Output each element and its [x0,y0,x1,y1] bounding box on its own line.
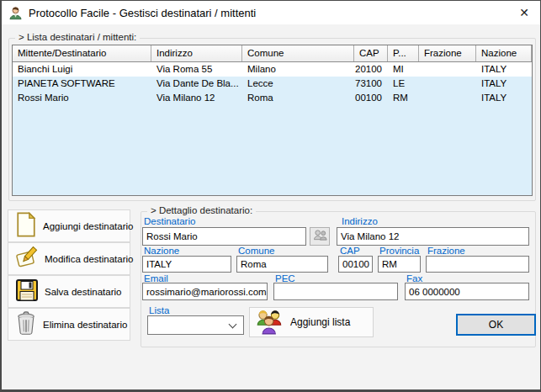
lista-label: Lista [149,305,169,315]
add-list-button[interactable]: Aggiungi lista [249,307,374,337]
table-cell: Roma [242,91,354,105]
table-cell [419,91,476,105]
table-row[interactable]: Bianchi LuigiVia Roma 55Milano20100MIITA… [13,62,532,77]
edit-pencil-icon [15,245,39,273]
add-list-label: Aggiungi lista [290,316,350,328]
provincia-input[interactable] [378,256,421,273]
action-label: Modifica destinatario [45,254,133,264]
header-cell[interactable]: Nazione [476,45,532,61]
table-cell: 20100 [354,62,388,77]
table-cell: PIANETA SOFTWARE [13,77,151,91]
table-header: Mittente/DestinatarioIndirizzoComuneCAPP… [13,45,532,62]
frazione-input[interactable] [426,256,529,273]
destinatario-label: Destinatario [144,216,195,226]
comune-label: Comune [238,246,274,256]
table-cell: 73100 [354,77,388,91]
nazione-input[interactable] [142,256,231,273]
destinatario-input[interactable] [142,227,306,246]
save-floppy-icon [15,278,39,305]
header-cell[interactable]: P... [388,45,419,61]
header-cell[interactable]: Mittente/Destinatario [13,45,151,61]
table-cell [419,62,476,77]
app-person-icon [8,6,23,20]
detail-group-title: > Dettaglio destinatario: [147,205,256,215]
table-cell: Milano [242,62,354,77]
table-cell [419,77,476,91]
lista-select[interactable] [147,315,244,335]
header-cell[interactable]: Frazione [419,45,476,61]
header-cell[interactable]: Indirizzo [151,45,242,61]
table-cell: ITALY [476,77,532,91]
indirizzo-input[interactable] [337,227,529,246]
header-cell[interactable]: CAP [354,45,388,61]
delete-recipient-button[interactable]: Elimina destinatario [8,308,130,341]
table-cell: Via Milano 12 [151,91,242,105]
window-title: Protocollo Facile - Gestisci destinatari… [29,7,256,19]
add-recipient-button[interactable]: Aggiungi destinatario [8,209,130,242]
chevron-down-icon [229,320,237,329]
table-cell: Rossi Mario [13,91,151,105]
comune-input[interactable] [236,256,328,273]
table-cell: LE [388,77,419,91]
edit-recipient-button[interactable]: Modifica destinatario [8,242,130,275]
title-bar: Protocollo Facile - Gestisci destinatari… [2,1,540,24]
table-cell: Lecce [242,77,354,91]
ok-label: OK [489,319,503,331]
select-contact-button[interactable] [310,227,330,246]
action-label: Elimina destinatario [43,320,127,330]
close-button[interactable]: ✕ [512,1,537,24]
table-cell: ITALY [476,91,532,105]
action-label: Salva destinatario [45,287,121,297]
table-cell: 00100 [354,91,388,105]
save-recipient-button[interactable]: Salva destinatario [8,275,130,308]
list-group-title: > Lista destinatari / mittenti: [15,32,140,42]
table-row[interactable]: Rossi MarioVia Milano 12Roma00100RMITALY [13,91,532,105]
new-document-icon [15,211,37,241]
table-cell: MI [388,62,419,77]
pec-input[interactable] [273,283,398,300]
table-cell: Via Roma 55 [151,62,242,77]
frazione-label: Frazione [427,246,465,256]
header-cell[interactable]: Comune [242,45,354,61]
indirizzo-label: Indirizzo [342,216,378,226]
table-cell: RM [388,91,419,105]
cap-label: CAP [340,246,360,256]
trash-icon [15,310,37,338]
table-body: Bianchi LuigiVia Roma 55Milano20100MIITA… [13,62,532,105]
nazione-label: Nazione [144,246,179,256]
cap-input[interactable] [338,256,373,273]
table-cell: Via Dante De Bla... [151,77,242,91]
contacts-icon [313,229,327,244]
action-label: Aggiungi destinatario [43,221,133,231]
recipient-table: Mittente/DestinatarioIndirizzoComuneCAPP… [12,45,533,196]
table-row[interactable]: PIANETA SOFTWAREVia Dante De Bla...Lecce… [13,77,532,91]
fax-input[interactable] [405,283,529,300]
provincia-label: Provincia [379,246,419,256]
table-cell: Bianchi Luigi [13,62,151,77]
close-icon: ✕ [519,6,529,19]
group-people-icon [255,308,284,337]
dialog-window: Protocollo Facile - Gestisci destinatari… [0,0,541,392]
table-cell: ITALY [476,62,532,77]
email-input[interactable] [142,283,268,300]
ok-button[interactable]: OK [456,314,536,336]
